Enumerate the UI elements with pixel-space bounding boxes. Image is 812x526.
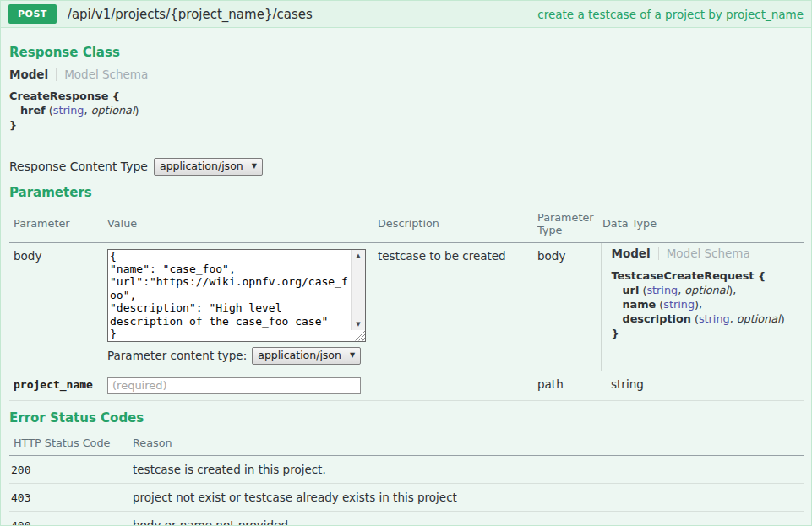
tab-model-schema[interactable]: Model Schema: [64, 68, 148, 81]
punct: (: [656, 298, 663, 311]
param-description-project: [376, 371, 536, 400]
property-type: string: [663, 298, 695, 311]
error-row: 200 testcase is created in this project.: [9, 455, 804, 483]
response-content-type-select-wrap: application/json: [154, 157, 263, 176]
col-parameter: Parameter: [9, 208, 106, 243]
model-property: description (string, optional): [612, 312, 804, 326]
status-code-text: 200: [11, 464, 30, 476]
punct: ): [135, 104, 139, 117]
error-reason: body or name not provided: [131, 511, 804, 526]
col-data-type: Data Type: [601, 208, 804, 243]
property-type: string: [646, 284, 678, 296]
punct: (: [46, 104, 53, 117]
tab-model[interactable]: Model: [612, 247, 651, 260]
model-closing-brace: }: [9, 117, 803, 132]
response-content-type-select[interactable]: application/json: [154, 158, 263, 176]
response-class-title: Response Class: [9, 45, 803, 60]
model-property: url (string, optional),: [612, 283, 804, 297]
resize-grip-icon[interactable]: [354, 330, 365, 341]
model-declaration: TestcaseCreateRequest {: [612, 268, 804, 283]
endpoint-path: /api/v1/projects/{project_name}/cases: [68, 7, 313, 22]
property-name: url: [623, 284, 640, 296]
property-optional-flag: optional: [91, 104, 135, 117]
response-model-signature: CreateResponse { href (string, optional)…: [9, 89, 803, 132]
scroll-up-icon[interactable]: ▲: [352, 250, 365, 262]
punct: ,: [84, 104, 90, 117]
http-method-badge: POST: [8, 4, 57, 24]
operation-summary-link[interactable]: create a testcase of a project by projec…: [537, 8, 804, 21]
operation-heading[interactable]: POST /api/v1/projects/{project_name}/cas…: [1, 1, 811, 28]
param-type-body: body: [536, 242, 601, 371]
body-json-editor: { "name": "case_foo", "url":"https://wik…: [107, 249, 366, 342]
param-datatype-project: string: [601, 371, 804, 400]
punct: ),: [728, 284, 736, 296]
response-content-type-label: Response Content Type: [9, 160, 148, 173]
operation-content: Response Class Model Model Schema Create…: [1, 28, 811, 526]
response-content-type-row: Response Content Type application/json: [9, 157, 803, 176]
response-class-tabs: Model Model Schema: [9, 68, 803, 81]
request-model-tabs: Model Model Schema: [612, 247, 804, 260]
col-value: Value: [106, 208, 376, 243]
property-optional-flag: optional: [684, 284, 728, 296]
swagger-operation-panel: POST /api/v1/projects/{project_name}/cas…: [0, 0, 812, 526]
tab-separator: [56, 68, 57, 81]
param-value-cell: [106, 371, 376, 400]
error-codes-header-row: HTTP Status Code Reason: [9, 433, 804, 456]
property-type: string: [53, 104, 84, 117]
col-http-status-code: HTTP Status Code: [9, 433, 131, 456]
property-optional-flag: optional: [737, 312, 781, 325]
punct: ),: [695, 298, 702, 311]
punct: (: [691, 312, 699, 325]
parameter-content-type-label: Parameter content type:: [107, 349, 247, 362]
scroll-down-icon[interactable]: ▼: [352, 318, 365, 330]
property-name: href: [20, 104, 46, 117]
error-status-codes-title: Error Status Codes: [9, 410, 803, 426]
error-row: 403 project not exist or testcase alread…: [9, 483, 804, 511]
request-model-signature: TestcaseCreateRequest { url (string, opt…: [612, 268, 804, 340]
error-codes-table: HTTP Status Code Reason 200 testcase is …: [9, 433, 804, 526]
property-type: string: [699, 312, 730, 325]
parameter-content-type-row: Parameter content type: application/json: [107, 347, 374, 365]
tab-model[interactable]: Model: [9, 68, 48, 81]
col-description: Description: [376, 208, 536, 243]
parameter-content-type-select[interactable]: application/json: [252, 347, 361, 365]
status-code-text: 400: [11, 519, 30, 526]
param-description-body: testcase to be created: [376, 242, 536, 371]
error-code: 400: [9, 511, 131, 526]
error-reason: testcase is created in this project.: [131, 455, 804, 483]
param-type-project: path: [536, 371, 601, 400]
error-code: 200: [9, 455, 131, 483]
col-reason: Reason: [131, 433, 804, 456]
param-row-body: body { "name": "case_foo", "url":"https:…: [9, 242, 804, 371]
param-value-cell: { "name": "case_foo", "url":"https://wik…: [106, 242, 376, 371]
model-property: name (string),: [612, 297, 804, 312]
textarea-scrollbar[interactable]: ▲ ▼: [351, 250, 365, 330]
param-name-project: project_name: [9, 371, 106, 400]
model-property: href (string, optional): [9, 103, 803, 117]
col-parameter-type: Parameter Type: [536, 208, 601, 243]
error-reason: project not exist or testcase already ex…: [131, 483, 804, 511]
status-code-text: 403: [11, 491, 30, 504]
punct: ,: [730, 312, 737, 325]
param-name-body: body: [9, 242, 106, 371]
param-name-text: project_name: [14, 378, 93, 391]
parameters-title: Parameters: [9, 185, 803, 200]
project-name-input[interactable]: [107, 377, 361, 394]
punct: ): [781, 312, 785, 325]
property-name: name: [623, 298, 657, 311]
parameter-content-type-select-wrap: application/json: [252, 347, 361, 365]
param-row-project-name: project_name path string: [9, 371, 804, 400]
model-declaration: CreateResponse {: [9, 89, 803, 103]
param-datatype-body: Model Model Schema TestcaseCreateRequest…: [601, 242, 804, 371]
tab-separator: [658, 247, 659, 260]
error-code: 403: [9, 483, 131, 511]
model-closing-brace: }: [612, 326, 804, 340]
parameters-table: Parameter Value Description Parameter Ty…: [9, 208, 804, 401]
parameters-header-row: Parameter Value Description Parameter Ty…: [9, 208, 804, 243]
tab-model-schema[interactable]: Model Schema: [667, 247, 750, 260]
error-row: 400 body or name not provided: [9, 511, 804, 526]
property-name: description: [623, 312, 691, 325]
body-json-textarea[interactable]: { "name": "case_foo", "url":"https://wik…: [108, 250, 351, 341]
